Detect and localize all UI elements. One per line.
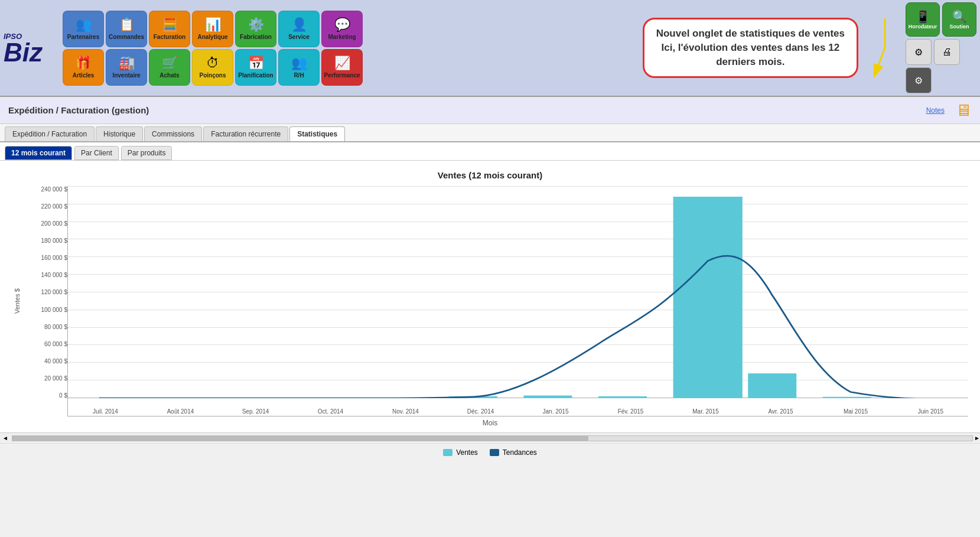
nav-poincons[interactable]: ⏱ Poinçons <box>192 49 233 86</box>
nav-fabrication[interactable]: ⚙️ Fabrication <box>235 11 276 47</box>
nav-service[interactable]: 👤 Service <box>278 11 320 47</box>
subtab-12mois[interactable]: 12 mois courant <box>5 146 72 160</box>
page-title: Expédition / Facturation (gestion) <box>8 105 149 115</box>
legend-ventes-color <box>443 449 452 456</box>
bar-apr2015 <box>748 373 796 398</box>
legend-ventes: Ventes <box>443 448 478 457</box>
chart-legend: Ventes Tendances <box>0 443 980 461</box>
x-axis-title: Mois <box>12 419 968 427</box>
nav-performance-label: Performance <box>324 72 360 79</box>
top-navigation: IPSO Biz 👥 Partenaires 📋 Commandes 🧮 Fac… <box>0 0 980 97</box>
gear-button[interactable]: ⚙ <box>906 67 932 93</box>
nav-facturation-label: Facturation <box>154 34 185 40</box>
achats-icon: 🛒 <box>162 56 178 71</box>
nav-articles-label: Articles <box>73 72 95 79</box>
x-label-jul2014: Juil. 2014 <box>68 408 143 415</box>
nav-articles[interactable]: 🎁 Articles <box>63 49 104 86</box>
y-label-220: 220 000 $ <box>25 203 67 210</box>
sub-tab-bar: 12 mois courant Par Client Par produits <box>0 142 980 161</box>
tab-commissions[interactable]: Commissions <box>144 126 202 141</box>
bar-jan2015 <box>523 396 572 398</box>
nav-planification-label: Planification <box>238 72 273 79</box>
x-axis-labels: Juil. 2014 Août 2014 Sep. 2014 Oct. 2014… <box>68 408 968 415</box>
scroll-right-arrow[interactable]: ► <box>974 435 980 441</box>
bar-may2015 <box>823 397 871 398</box>
facturation-icon: 🧮 <box>162 17 178 32</box>
legend-tendances: Tendances <box>490 448 537 457</box>
tab-expedition-facturation[interactable]: Expédition / Facturation <box>5 126 95 141</box>
nav-inventaire-label: Inventaire <box>112 72 140 79</box>
soutien-button[interactable]: 🔍 Soutien <box>942 2 976 37</box>
bar-feb2015 <box>598 396 647 398</box>
logo-biz: Biz <box>4 41 43 64</box>
nav-commandes[interactable]: 📋 Commandes <box>106 11 147 47</box>
header-right: Notes 🖥 <box>926 100 972 120</box>
nav-planification[interactable]: 📅 Planification <box>235 49 276 86</box>
legend-tendances-color <box>490 449 499 456</box>
nav-marketing[interactable]: 💬 Marketing <box>321 11 363 47</box>
main-tab-bar: Expédition / Facturation Historique Comm… <box>0 124 980 142</box>
fabrication-icon: ⚙️ <box>248 17 264 32</box>
subtab-par-client[interactable]: Par Client <box>74 146 119 160</box>
tab-historique[interactable]: Historique <box>96 126 143 141</box>
trend-line <box>99 256 940 398</box>
right-nav-buttons: 📱 Horodateur 🔍 Soutien ⚙ 🖨 ⚙ <box>906 2 976 93</box>
page-header: Expédition / Facturation (gestion) Notes… <box>0 97 980 124</box>
x-label-oct2014: Oct. 2014 <box>293 408 368 415</box>
x-label-apr2015: Avr. 2015 <box>743 408 818 415</box>
inventaire-icon: 🏭 <box>119 56 135 71</box>
y-label-200: 200 000 $ <box>25 220 67 227</box>
scroll-left-arrow[interactable]: ◄ <box>2 435 8 441</box>
y-axis-label: Ventes $ <box>12 186 22 416</box>
y-label-160: 160 000 $ <box>25 255 67 261</box>
tab-statistiques[interactable]: Statistiques <box>289 126 345 141</box>
scroll-track[interactable] <box>12 435 973 441</box>
right-nav-row-2: ⚙ 🖨 <box>906 39 976 65</box>
tab-facturation-recurrente[interactable]: Facturation récurrente <box>203 126 288 141</box>
nav-partenaires-label: Partenaires <box>67 34 99 40</box>
soutien-label: Soutien <box>950 24 969 30</box>
scroll-arrows: ◄ <box>0 435 11 441</box>
y-label-240: 240 000 $ <box>25 186 67 193</box>
rh-icon: 👥 <box>291 56 307 71</box>
y-label-180: 180 000 $ <box>25 237 67 244</box>
subtab-par-produits[interactable]: Par produits <box>121 146 172 160</box>
legend-tendances-label: Tendances <box>503 448 537 457</box>
y-label-20: 20 000 $ <box>25 375 67 382</box>
chart-container: Ventes (12 mois courant) Ventes $ 240 00… <box>0 161 980 432</box>
soutien-icon: 🔍 <box>952 9 967 24</box>
y-label-60: 60 000 $ <box>25 341 67 347</box>
callout-text: Nouvel onglet de statistiques de ventesI… <box>656 27 845 69</box>
nav-facturation[interactable]: 🧮 Facturation <box>149 11 190 47</box>
scroll-thumb[interactable] <box>12 436 588 441</box>
chart-title: Ventes (12 mois courant) <box>12 170 968 180</box>
x-label-nov2014: Nov. 2014 <box>368 408 443 415</box>
nav-rh[interactable]: 👥 R/H <box>278 49 320 86</box>
x-label-mar2015: Mar. 2015 <box>668 408 743 415</box>
nav-icons-grid: 👥 Partenaires 📋 Commandes 🧮 Facturation … <box>63 11 637 86</box>
chart-inner: Juil. 2014 Août 2014 Sep. 2014 Oct. 2014… <box>67 186 968 416</box>
y-label-40: 40 000 $ <box>25 358 67 364</box>
nav-achats[interactable]: 🛒 Achats <box>149 49 190 86</box>
notes-link[interactable]: Notes <box>926 106 945 115</box>
settings-small-button-1[interactable]: ⚙ <box>906 39 932 65</box>
nav-poincons-label: Poinçons <box>199 72 226 79</box>
analytique-icon: 📊 <box>205 17 221 32</box>
bottom-scrollbar[interactable]: ◄ ► <box>0 432 980 443</box>
nav-analytique[interactable]: 📊 Analytique <box>192 11 233 47</box>
nav-partenaires[interactable]: 👥 Partenaires <box>63 11 104 47</box>
nav-inventaire[interactable]: 🏭 Inventaire <box>106 49 147 86</box>
settings-small-button-2[interactable]: 🖨 <box>934 39 960 65</box>
horodateur-button[interactable]: 📱 Horodateur <box>906 2 940 37</box>
horodateur-icon: 📱 <box>916 9 930 24</box>
articles-icon: 🎁 <box>76 56 92 71</box>
nav-rh-label: R/H <box>294 72 304 79</box>
nav-commandes-label: Commandes <box>109 34 144 40</box>
nav-analytique-label: Analytique <box>197 34 227 40</box>
x-label-jan2015: Jan. 2015 <box>518 408 593 415</box>
nav-performance[interactable]: 📈 Performance <box>321 49 363 86</box>
bar-mar2015 <box>673 197 743 398</box>
chart-svg <box>68 186 968 398</box>
x-label-dec2014: Déc. 2014 <box>443 408 518 415</box>
y-label-120: 120 000 $ <box>25 289 67 295</box>
